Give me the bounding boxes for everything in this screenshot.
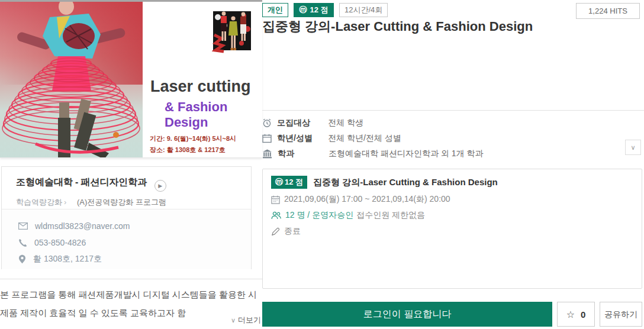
- badge-mileage-points: ⓜ12 점: [294, 3, 333, 17]
- organizer-department: 패션디자인학과: [80, 177, 147, 187]
- people-icon: [271, 211, 281, 220]
- organizer-card: 조형예술대학-패션디자인학과 ▶ 학습역량강화› (A)전공역량강화 프로그램 …: [1, 166, 252, 269]
- share-button[interactable]: 공유하기: [600, 302, 642, 327]
- detail-label: 모집대상: [277, 118, 328, 128]
- program-poster: Laser cutting & Fashion Design 기간: 9. 6(…: [0, 0, 262, 158]
- breadcrumb: 학습역량강화› (A)전공역량강화 프로그램: [16, 197, 238, 208]
- session-status-row: 종료: [271, 226, 633, 237]
- program-detail-page: Laser cutting & Fashion Design 기간: 9. 6(…: [0, 0, 644, 329]
- detail-label: 학과: [278, 149, 329, 159]
- calendar-icon: [271, 195, 280, 204]
- page-title: 집중형 강의-Laser Cutting & Fashion Design: [262, 18, 629, 36]
- session-title: 집중형 강의-Laser Cutting & Fashion Design: [313, 177, 498, 188]
- detail-row-grade-gender: 학년/성별 전체 학년/전체 성별: [262, 131, 644, 146]
- hits-counter: 1,224 HITS: [576, 3, 640, 19]
- calendar-icon: [262, 134, 272, 143]
- mileage-icon: ⓜ: [299, 5, 307, 14]
- session-points-badge: ⓜ12 점: [271, 176, 307, 189]
- poster-place: 장소: 활 1308호 & 1217호: [150, 144, 262, 156]
- session-header: ⓜ12 점 집중형 강의-Laser Cutting & Fashion Des…: [271, 176, 633, 189]
- detail-value: 전체 학생: [328, 118, 363, 128]
- detail-row-target: 모집대상 전체 학생: [262, 115, 644, 131]
- contact-email: wldmsdl3823@naver.com: [35, 221, 130, 231]
- poster-subtitle: & Fashion Design: [165, 99, 262, 130]
- map-pin-icon: [18, 254, 26, 264]
- poster-apply: 신청방법: 홈페이지 비교과프로그램에서 신청: [150, 156, 262, 158]
- favorite-button[interactable]: ☆ 0: [557, 302, 595, 327]
- phone-icon: [18, 238, 27, 247]
- session-card[interactable]: ⓜ12 점 집중형 강의-Laser Cutting & Fashion Des…: [262, 169, 642, 289]
- department-expand-button[interactable]: ∨: [625, 140, 641, 155]
- pen-icon: [271, 227, 280, 236]
- contact-email-row: wldmsdl3823@naver.com: [18, 218, 251, 234]
- detail-value: 전체 학년/전체 성별: [328, 133, 401, 144]
- favorite-count: 0: [581, 309, 585, 320]
- session-date: 2021,09,06(월) 17:00 ~ 2021,09,14(화) 20:0…: [284, 194, 450, 205]
- session-status: 종료: [284, 226, 301, 237]
- poster-period: 기간: 9. 6(월)~14(화) 5시~8시: [150, 133, 262, 144]
- poster-info-lines: 기간: 9. 6(월)~14(화) 5시~8시 장소: 활 1308호 & 12…: [150, 133, 262, 158]
- session-capacity-row: 12 명 / 운영자승인 접수인원 제한없음: [271, 210, 633, 221]
- contact-phone-row: 053-850-4826: [18, 234, 251, 251]
- detail-row-department: 학과 조형예술대학 패션디자인학과 외 1개 학과: [262, 146, 644, 162]
- login-required-button[interactable]: 로그인이 필요합니다: [262, 302, 552, 327]
- organizer-college: 조형예술대학: [16, 177, 73, 187]
- badge-hours: 12시간/4회: [339, 3, 388, 17]
- session-date-row: 2021,09,06(월) 17:00 ~ 2021,09,14(화) 20:0…: [271, 194, 633, 205]
- mileage-icon: ⓜ: [275, 178, 283, 186]
- detail-value: 조형예술대학 패션디자인학과 외 1개 학과: [329, 149, 483, 159]
- show-more-link[interactable]: ∨더보기: [0, 315, 261, 325]
- clock-icon: [262, 118, 272, 128]
- star-icon: ☆: [566, 309, 575, 320]
- breadcrumb-program[interactable]: (A)전공역량강화 프로그램: [77, 198, 166, 207]
- session-capacity: 12 명 / 운영자승인: [285, 210, 353, 221]
- poster-runway-thumbnail: [212, 9, 252, 57]
- contact-location: 활 1308호, 1217호: [33, 254, 102, 265]
- session-capacity-note: 접수인원 제한없음: [356, 210, 425, 221]
- chevron-down-icon: ∨: [231, 317, 236, 324]
- contact-location-row: 활 1308호, 1217호: [18, 251, 251, 267]
- poster-title: Laser cutting: [150, 78, 251, 96]
- contact-phone: 053-850-4826: [34, 238, 86, 247]
- program-details: 모집대상 전체 학생 학년/성별 전체 학년/전체 성별 학과 조형예술대학 패…: [262, 110, 644, 162]
- organizer-header: 조형예술대학-패션디자인학과 ▶ 학습역량강화› (A)전공역량강화 프로그램: [2, 167, 251, 208]
- detail-label: 학년/성별: [277, 133, 328, 144]
- envelope-icon: [18, 222, 28, 230]
- bank-icon: [262, 149, 272, 159]
- organizer-contacts: wldmsdl3823@naver.com 053-850-4826 활 130…: [2, 209, 251, 269]
- organizer-name: 조형예술대학-패션디자인학과 ▶: [16, 176, 238, 192]
- badge-row: 개인 ⓜ12 점 12시간/4회: [262, 3, 391, 17]
- breadcrumb-category[interactable]: 학습역량강화: [16, 198, 62, 207]
- chevron-right-icon: ›: [64, 198, 66, 207]
- badge-personal: 개인: [262, 3, 288, 17]
- poster-fashion-photo: [0, 2, 143, 158]
- play-icon[interactable]: ▶: [154, 180, 166, 192]
